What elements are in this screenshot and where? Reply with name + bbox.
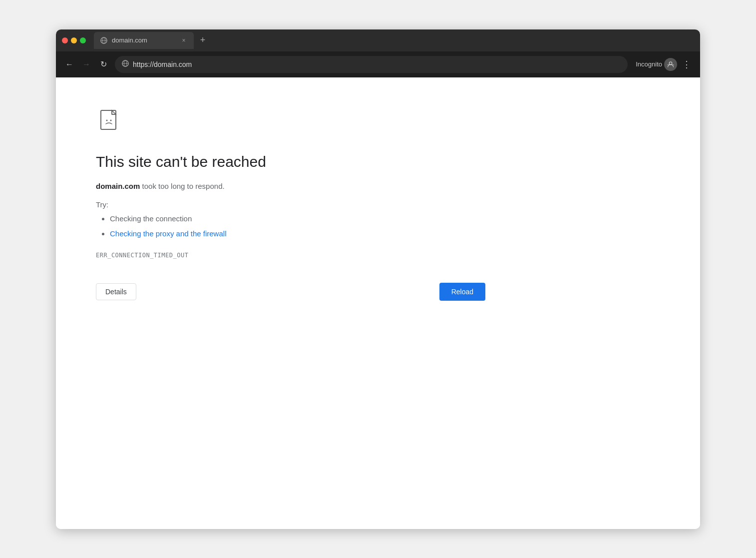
nav-buttons: ← → ↻ [62, 57, 111, 72]
browser-actions: Incognito ⋮ [636, 57, 694, 72]
url-text: https://domain.com [133, 60, 621, 68]
error-domain: domain.com [96, 182, 140, 190]
title-bar: domain.com × + [56, 29, 700, 51]
details-button[interactable]: Details [96, 283, 136, 300]
error-title: This site can't be reached [96, 153, 485, 170]
tab-bar: domain.com × + [94, 32, 694, 49]
incognito-label: Incognito [636, 60, 662, 68]
new-tab-button[interactable]: + [196, 33, 210, 47]
error-container: This site can't be reached domain.com to… [96, 107, 485, 301]
tab-close-button[interactable]: × [180, 36, 188, 44]
forward-button[interactable]: → [79, 57, 94, 72]
proxy-firewall-link[interactable]: Checking the proxy and the firewall [110, 229, 226, 238]
suggestion-text-1: Checking the connection [110, 214, 192, 223]
reload-button[interactable]: ↻ [96, 57, 111, 72]
tab-title: domain.com [112, 36, 176, 44]
address-bar: ← → ↻ https://domain.com Incognito [56, 51, 700, 77]
minimize-window-button[interactable] [71, 37, 77, 43]
browser-window: domain.com × + ← → ↻ https://domain.com … [56, 29, 700, 529]
traffic-lights [62, 37, 86, 43]
try-label: Try: [96, 200, 485, 209]
back-button[interactable]: ← [62, 57, 77, 72]
suggestion-item-2: Checking the proxy and the firewall [110, 228, 485, 240]
error-description-rest: took too long to respond. [140, 182, 224, 190]
page-content: This site can't be reached domain.com to… [56, 77, 700, 529]
suggestions-list: Checking the connection Checking the pro… [96, 213, 485, 240]
menu-button[interactable]: ⋮ [679, 57, 694, 72]
error-icon [96, 107, 485, 137]
svg-point-11 [106, 119, 108, 121]
url-bar[interactable]: https://domain.com [115, 56, 628, 73]
reload-button[interactable]: Reload [439, 283, 485, 301]
svg-point-12 [110, 119, 112, 121]
active-tab[interactable]: domain.com × [94, 32, 194, 49]
close-window-button[interactable] [62, 37, 68, 43]
incognito-icon [664, 58, 677, 71]
url-security-icon [122, 60, 129, 68]
error-description: domain.com took too long to respond. [96, 180, 485, 192]
suggestion-item-1: Checking the connection [110, 213, 485, 225]
button-row: Details Reload [96, 283, 485, 301]
maximize-window-button[interactable] [80, 37, 86, 43]
error-code: ERR_CONNECTION_TIMED_OUT [96, 252, 485, 259]
tab-favicon [100, 36, 108, 44]
